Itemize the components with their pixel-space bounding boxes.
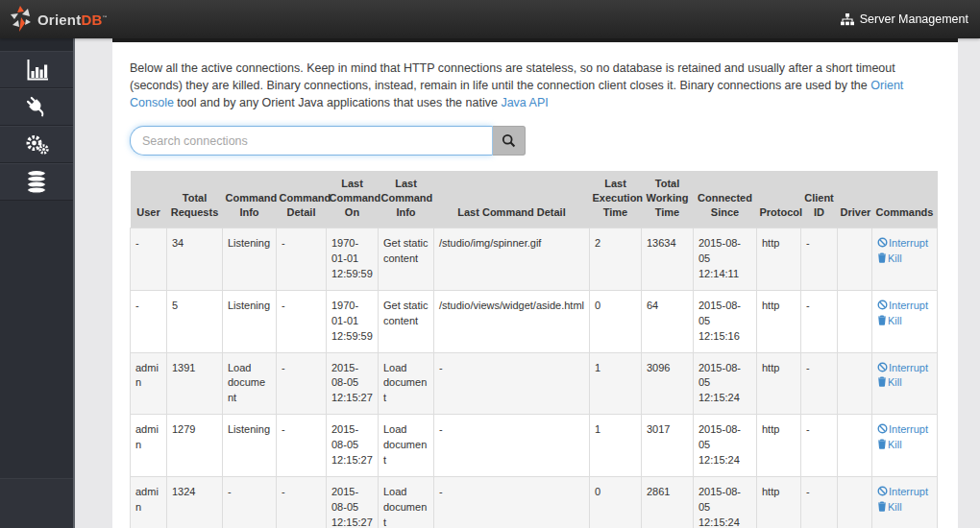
table-cell: 1 [590,415,642,477]
table-cell: Get static content [379,290,434,352]
panel-body: Below all the active connections. Keep i… [112,42,958,528]
column-header: Total Working Time [642,171,694,228]
sidebar-item-databases[interactable] [0,163,73,201]
commands-cell: InterruptKill [872,415,938,477]
table-cell: 64 [642,290,694,352]
commands-cell: InterruptKill [872,290,938,352]
kill-link[interactable]: Kill [877,500,932,516]
server-management-link[interactable]: Server Management [841,12,968,26]
table-cell: 2015-08-05 12:15:24 [694,477,757,528]
sidebar-item-configuration[interactable] [0,126,73,163]
connections-table: UserTotal RequestsCommand InfoCommand De… [130,171,938,528]
sidebar-item-dashboard[interactable] [0,51,73,88]
table-cell: 1324 [167,477,223,528]
table-cell: - [801,290,838,352]
table-cell: 1279 [167,415,223,477]
table-cell: 2015-08-05 12:15:27 [327,415,379,477]
table-cell: 5 [167,290,223,352]
table-cell: 3017 [642,415,694,477]
column-header: Total Requests [167,171,223,228]
interrupt-link[interactable]: Interrupt [877,485,932,500]
search-button[interactable] [493,126,526,156]
table-cell: - [434,352,590,415]
kill-link[interactable]: Kill [877,438,932,453]
table-cell: Load document [223,352,277,415]
column-header: Last Command Detail [434,171,590,228]
table-cell [838,477,872,528]
table-cell: Get static content [379,228,434,290]
table-cell: /studio/views/widget/aside.html [434,290,590,352]
orientdb-logo[interactable]: OrientDB™ [10,5,108,34]
table-cell: - [277,290,327,352]
ban-icon [877,237,888,248]
kill-link[interactable]: Kill [877,314,932,329]
interrupt-link[interactable]: Interrupt [877,361,932,376]
sidebar-item-connections[interactable] [0,88,73,126]
table-row: admin1391Load document-2015-08-05 12:15:… [131,352,938,415]
table-cell: 1 [590,352,642,415]
table-header-row: UserTotal RequestsCommand InfoCommand De… [131,171,938,228]
table-cell: Listening [223,290,277,352]
table-cell: 2015-08-05 12:14:11 [694,228,757,290]
ban-icon [877,423,888,434]
table-cell: - [277,415,327,477]
interrupt-link[interactable]: Interrupt [877,422,932,438]
table-cell: 34 [167,228,223,290]
table-cell: admin [131,415,167,477]
table-cell: - [801,477,838,528]
interrupt-link[interactable]: Interrupt [877,236,932,252]
search-bar [130,126,941,156]
table-cell: 1970-01-01 12:59:59 [327,228,379,290]
table-cell: - [223,477,277,528]
ban-icon [877,300,888,310]
kill-link[interactable]: Kill [877,375,932,391]
table-cell: 3096 [642,352,694,415]
table-cell [838,228,872,290]
table-cell: Load document [379,352,434,415]
table-row: -34Listening-1970-01-01 12:59:59Get stat… [131,228,938,290]
table-cell: - [131,290,167,352]
trash-icon [877,501,887,512]
table-cell: 2015-08-05 12:15:27 [327,352,379,415]
commands-cell: InterruptKill [872,352,938,415]
ban-icon [877,486,888,496]
kill-link[interactable]: Kill [877,252,932,267]
trash-icon [877,252,887,263]
table-cell: 2015-08-05 12:15:24 [694,415,757,477]
column-header: Connected Since [694,171,757,228]
interrupt-link[interactable]: Interrupt [877,299,932,314]
table-cell: Load document [379,415,434,477]
java-api-link[interactable]: Java API [501,96,548,109]
table-row: -5Listening-1970-01-01 12:59:59Get stati… [131,290,938,352]
table-cell: 2015-08-05 12:15:24 [694,352,757,415]
server-management-label: Server Management [860,12,968,26]
table-cell: - [801,228,838,290]
column-header: Command Detail [277,171,327,228]
table-cell: http [757,228,801,290]
sitemap-icon [841,13,854,26]
orientdb-star-icon [10,5,33,34]
table-cell: admin [131,477,167,528]
table-cell [838,352,872,415]
column-header: Last Execution Time [590,171,642,228]
table-cell: - [801,352,838,415]
sidebar-spacer [0,38,73,51]
table-cell: 1970-01-01 12:59:59 [327,290,379,352]
table-cell: http [757,477,801,528]
table-cell: - [131,228,167,290]
table-cell: 2015-08-05 12:15:16 [694,290,757,352]
column-header: Last Command Info [379,171,434,228]
table-cell: 13634 [642,228,694,290]
ban-icon [877,362,888,372]
plug-icon [24,94,50,120]
commands-cell: InterruptKill [872,477,938,528]
connections-panel: Connections Below all the active connect… [112,16,958,528]
description-part2: tool and by any Orient Java applications… [177,96,498,109]
table-cell: - [801,415,838,477]
trash-icon [877,439,887,449]
column-header: User [131,171,167,228]
description-text: Below all the active connections. Keep i… [130,60,941,111]
table-cell: 2015-08-05 12:15:27 [327,477,379,528]
table-cell [838,290,872,352]
search-input[interactable] [130,126,493,156]
